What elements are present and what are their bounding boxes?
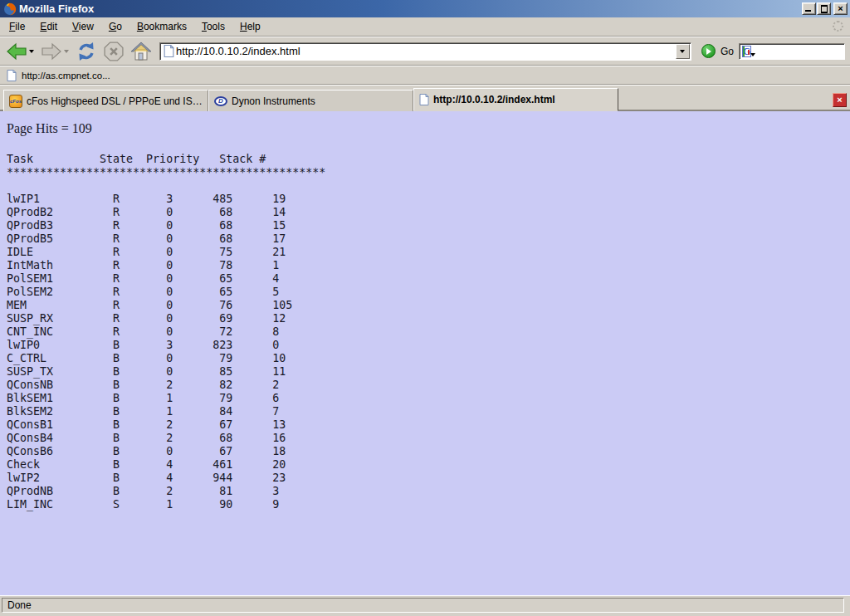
status-panel: Done	[2, 598, 844, 613]
navigation-toolbar: Go G	[0, 37, 850, 66]
status-bar: Done	[0, 595, 850, 616]
status-text: Done	[7, 599, 32, 611]
forward-icon	[41, 42, 62, 61]
close-icon: ×	[837, 95, 842, 105]
go-button[interactable]: Go	[701, 44, 734, 58]
tab-bar: cFos cFos Highspeed DSL / PPPoE und ISDN…	[0, 85, 850, 111]
tab-cfos[interactable]: cFos cFos Highspeed DSL / PPPoE und ISDN…	[3, 90, 208, 111]
menu-tools[interactable]: Tools	[194, 18, 232, 35]
back-button[interactable]	[6, 42, 34, 61]
home-button[interactable]	[130, 42, 152, 61]
url-dropdown-button[interactable]	[676, 44, 690, 59]
stop-button[interactable]	[104, 42, 124, 61]
search-dropdown-icon[interactable]	[750, 53, 755, 56]
search-input[interactable]	[751, 46, 850, 57]
task-table: Task State Priority Stack # ************…	[7, 153, 850, 511]
dynon-icon: D	[214, 96, 227, 106]
menu-file[interactable]: File	[2, 18, 32, 35]
go-icon	[701, 44, 716, 58]
restore-icon	[821, 6, 828, 12]
tab-label: Dynon Instruments	[232, 95, 315, 107]
menu-view[interactable]: View	[65, 18, 101, 35]
menu-help[interactable]: Help	[232, 18, 268, 35]
stop-icon	[104, 42, 124, 61]
menu-edit[interactable]: Edit	[32, 18, 65, 35]
document-icon	[7, 70, 17, 81]
tab-label: http://10.0.10.2/index.html	[433, 94, 555, 105]
forward-button[interactable]	[41, 42, 69, 61]
tab-dynon[interactable]: D Dynon Instruments	[208, 90, 413, 111]
menu-bar: File Edit View Go Bookmarks Tools Help	[0, 17, 850, 37]
menu-go[interactable]: Go	[101, 18, 129, 35]
bookmark-item[interactable]: http://as.cmpnet.co...	[7, 70, 110, 81]
reload-button[interactable]	[76, 42, 97, 61]
back-icon	[6, 42, 27, 61]
page-hits-text: Page Hits = 109	[7, 121, 850, 136]
reload-icon	[76, 42, 97, 61]
tab-label: cFos Highspeed DSL / PPPoE und ISDN CAP.…	[27, 95, 203, 107]
minimize-icon	[805, 10, 811, 12]
forward-dropdown-icon[interactable]	[64, 50, 69, 53]
firefox-logo-icon	[3, 2, 17, 16]
bookmark-label: http://as.cmpnet.co...	[22, 71, 110, 81]
title-bar: Mozilla Firefox ×	[0, 0, 850, 17]
minimize-button[interactable]	[802, 2, 816, 15]
bookmarks-toolbar: http://as.cmpnet.co...	[0, 66, 850, 85]
tab-current[interactable]: http://10.0.10.2/index.html	[413, 88, 618, 111]
tab-close-button[interactable]: ×	[833, 93, 847, 107]
search-box[interactable]: G	[739, 43, 845, 60]
page-content: Page Hits = 109 Task State Priority Stac…	[0, 111, 850, 595]
home-icon	[130, 42, 152, 61]
menu-bookmarks[interactable]: Bookmarks	[129, 18, 194, 35]
throbber-icon	[833, 21, 843, 32]
cfos-icon: cFos	[9, 95, 22, 108]
url-bar[interactable]	[159, 42, 691, 61]
url-input[interactable]	[174, 44, 676, 59]
close-icon: ×	[838, 4, 843, 13]
close-button[interactable]: ×	[833, 2, 848, 15]
back-dropdown-icon[interactable]	[29, 50, 34, 53]
document-icon	[164, 45, 174, 57]
chevron-down-icon	[680, 50, 685, 53]
document-icon	[419, 94, 429, 105]
browser-window: Mozilla Firefox × File Edit View Go Book…	[0, 0, 850, 616]
window-title: Mozilla Firefox	[19, 2, 801, 15]
go-label: Go	[721, 46, 734, 57]
restore-button[interactable]	[817, 2, 831, 15]
